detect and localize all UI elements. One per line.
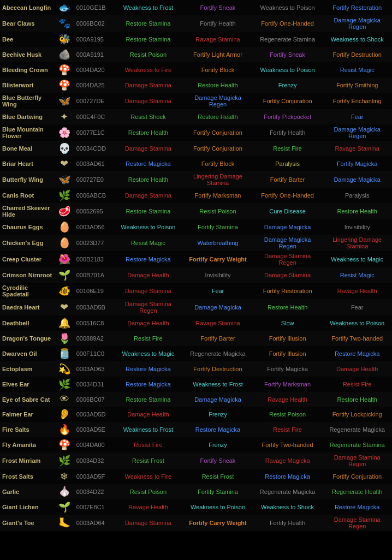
ingredient-name: Eye of Sabre Cat	[0, 392, 55, 407]
ingredient-icon: 🐾	[55, 15, 74, 32]
effect-3: Cure Disease	[253, 203, 323, 219]
ingredient-name: Falmer Ear	[0, 407, 55, 422]
table-row: Blue Mountain Flower 🌸 00077E1C Restore …	[0, 124, 392, 141]
effect-4: Restore Health	[322, 203, 392, 219]
effect-1: Damage Health	[114, 267, 183, 283]
table-row: Blue Dartwing ✦ 000E4F0C Resist Shock Re…	[0, 109, 392, 124]
effect-2: Resist Frost	[183, 469, 253, 484]
table-row: Elves Ear 🌿 00034D31 Restore Magicka Wea…	[0, 377, 392, 392]
effect-4: Damage Health	[322, 361, 392, 377]
effect-2: Frenzy	[183, 407, 253, 422]
effect-2: Restore Health	[183, 109, 253, 124]
ingredient-icon: 🌸	[55, 124, 74, 141]
ingredient-icon: 💫	[55, 361, 74, 377]
effect-2: Fortify Stamina	[183, 484, 253, 499]
effect-4: Fortify Destruction	[322, 47, 392, 62]
ingredient-name: Deathbell	[0, 315, 55, 331]
table-row: Chaurus Eggs 🥚 0003AD56 Weakness to Pois…	[0, 219, 392, 235]
ingredient-id: 0004DA00	[74, 437, 114, 452]
effect-3: Fortify Health	[253, 124, 323, 141]
ingredient-icon: 🔥	[55, 422, 74, 437]
effect-4: Lingering Damage Stamina	[322, 235, 392, 251]
effect-3: Fortify Barter	[253, 171, 323, 188]
ingredient-name: Crimson Nirnroot	[0, 267, 55, 283]
effect-3: Restore Magicka	[253, 469, 323, 484]
effect-4: Weakness to Poison	[322, 315, 392, 331]
ingredient-icon: 🦶	[55, 515, 74, 531]
table-row: Briar Heart ❤ 0003AD61 Restore Magicka F…	[0, 156, 392, 171]
ingredient-icon: 🌱	[55, 267, 74, 283]
table-row: Bleeding Crown 🍄 0004DA20 Weakness to Fi…	[0, 62, 392, 78]
table-row: Blisterwort 🍄 0004DA25 Damage Stamina Re…	[0, 78, 392, 93]
effect-4: Ravage Stamina	[322, 141, 392, 156]
effect-3: Fortify Illusion	[253, 346, 323, 361]
effect-3: Regenerate Stamina	[253, 32, 323, 47]
effect-2: Restore Magicka	[183, 422, 253, 437]
effect-4: Resist Fire	[322, 377, 392, 392]
effect-4: Restore Magicka	[322, 499, 392, 515]
effect-3: Fortify Conjuration	[253, 93, 323, 109]
table-row: Fire Salts 🔥 0003AD5E Weakness to Frost …	[0, 422, 392, 437]
effect-2: Weakness to Frost	[183, 377, 253, 392]
effect-3: Restore Health	[253, 299, 323, 315]
table-row: Giant's Toe 🦶 0003AD64 Damage Stamina Fo…	[0, 515, 392, 531]
effect-1: Restore Magicka	[114, 361, 183, 377]
effect-2: Restore Health	[183, 78, 253, 93]
effect-1: Restore Stamina	[114, 392, 183, 407]
effect-2: Fear	[183, 283, 253, 299]
effect-3: Damage Magicka	[253, 219, 323, 235]
effect-4: Damage Magicka	[322, 171, 392, 188]
ingredient-id: 0006BC02	[74, 15, 114, 32]
ingredient-name: Frost Mirriam	[0, 452, 55, 469]
ingredient-name: Bear Claws	[0, 15, 55, 32]
effect-1: Weakness to Frost	[114, 422, 183, 437]
ingredient-name: Bone Meal	[0, 141, 55, 156]
effect-1: Resist Poison	[114, 484, 183, 499]
effect-2: Fortify Destruction	[183, 361, 253, 377]
effect-1: Weakness to Magic	[114, 346, 183, 361]
ingredient-icon: 🔔	[55, 315, 74, 331]
effect-2: Fortify Light Armor	[183, 47, 253, 62]
ingredient-name: Daedra Heart	[0, 299, 55, 315]
effect-4: Fear	[322, 109, 392, 124]
effect-4: Ravage Health	[322, 283, 392, 299]
effect-4: Regenerate Magicka	[322, 422, 392, 437]
effect-3: Fortify Two-handed	[253, 437, 323, 452]
table-row: Charred Skeever Hide 🥩 00052695 Restore …	[0, 203, 392, 219]
effect-1: Resist Poison	[114, 47, 183, 62]
table-row: Dwarven Oil 🫙 000F11C0 Weakness to Magic…	[0, 346, 392, 361]
ingredient-id: 00034D32	[74, 452, 114, 469]
effect-4: Fortify Enchanting	[322, 93, 392, 109]
ingredient-icon: ❤	[55, 299, 74, 315]
ingredient-id: 000516C8	[74, 315, 114, 331]
effect-4: Fortify Lockpicking	[322, 407, 392, 422]
ingredient-name: Charred Skeever Hide	[0, 203, 55, 219]
table-row: Crimson Nirnroot 🌱 000B701A Damage Healt…	[0, 267, 392, 283]
effect-3: Resist Poison	[253, 407, 323, 422]
effect-2: Ravage Stamina	[183, 315, 253, 331]
effect-2: Weakness to Poison	[183, 499, 253, 515]
effect-1: Damage Stamina	[114, 93, 183, 109]
ingredient-icon: ❄	[55, 469, 74, 484]
effect-3: Fortify Marksman	[253, 377, 323, 392]
table-row: Ectoplasm 💫 0003AD63 Restore Magicka For…	[0, 361, 392, 377]
effect-1: Damage Stamina	[114, 78, 183, 93]
effect-1: Damage Stamina	[114, 141, 183, 156]
effect-2: Fortify Conjuration	[183, 141, 253, 156]
table-row: Eye of Sabre Cat 👁 0006BC07 Restore Stam…	[0, 392, 392, 407]
ingredient-name: Fly Amanita	[0, 437, 55, 452]
effect-3: Ravage Magicka	[253, 452, 323, 469]
ingredient-icon: 🥩	[55, 203, 74, 219]
table-row: Deathbell 🔔 000516C8 Damage Health Ravag…	[0, 315, 392, 331]
effect-1: Restore Magicka	[114, 377, 183, 392]
ingredient-id: 000889A2	[74, 331, 114, 346]
effect-2: Lingering Damage Stamina	[183, 171, 253, 188]
ingredient-name: Chicken's Egg	[0, 235, 55, 251]
ingredient-name: Cyrodilic Spadetail	[0, 283, 55, 299]
ingredient-icon: 🍄	[55, 62, 74, 78]
ingredient-id: 0004DA20	[74, 62, 114, 78]
ingredient-icon: 👁	[55, 392, 74, 407]
effect-1: Resist Magic	[114, 235, 183, 251]
ingredient-icon: 🌿	[55, 377, 74, 392]
effect-3: Fortify Magicka	[253, 361, 323, 377]
